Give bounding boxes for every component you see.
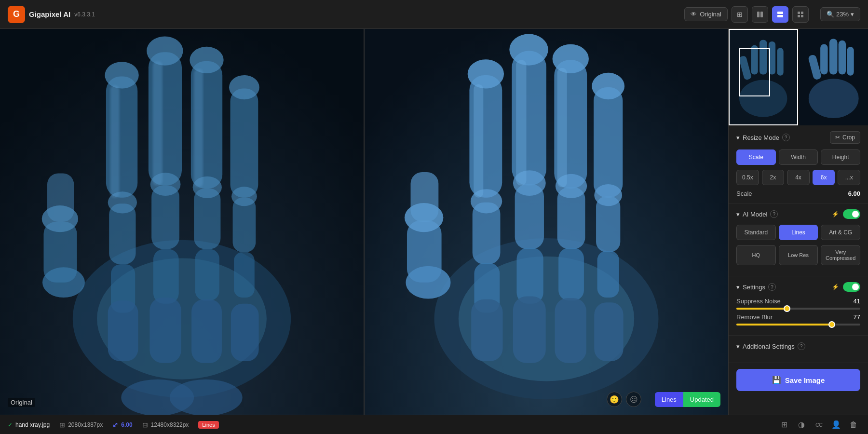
grid-view-icon	[797, 11, 804, 18]
svg-rect-24	[153, 249, 179, 304]
additional-settings-help[interactable]: ?	[798, 342, 805, 350]
settings-toggle-area: ⚡	[832, 282, 860, 292]
app-version: v6.3.3.1	[74, 11, 95, 18]
output-size: 12480x8322px	[151, 421, 189, 428]
canvas-area[interactable]: Original	[0, 29, 728, 415]
app-logo: G	[8, 6, 25, 23]
additional-chevron-icon: ▾	[736, 343, 740, 350]
settings-toggle[interactable]	[843, 282, 860, 292]
brightness-button[interactable]: ◑	[795, 418, 808, 432]
svg-rect-6	[798, 15, 800, 17]
height-mode-button[interactable]: Height	[821, 149, 860, 165]
svg-rect-29	[195, 249, 219, 301]
layers-button[interactable]: ⊞	[777, 418, 791, 432]
ai-model-toggle[interactable]	[843, 209, 860, 219]
svg-rect-71	[471, 299, 502, 361]
resize-mode-buttons: Scale Width Height	[736, 149, 860, 165]
split-horiz-button[interactable]	[772, 6, 788, 23]
happy-reaction-button[interactable]: 🙂	[607, 392, 622, 407]
svg-rect-73	[555, 298, 586, 363]
resize-mode-help[interactable]: ?	[782, 134, 790, 141]
svg-rect-89	[838, 41, 845, 75]
app-name: Gigapixel AI	[29, 10, 70, 18]
model-status-badge: Lines	[198, 421, 218, 429]
resize-mode-title: ▾ Resize Mode ?	[736, 134, 790, 141]
scale-custom-button[interactable]: ...x	[838, 170, 860, 185]
art-cg-model-button[interactable]: Art & CG	[821, 225, 860, 240]
resize-mode-chevron-icon: ▾	[736, 134, 740, 141]
input-size: 2080x1387px	[68, 421, 103, 428]
remove-blur-value: 77	[854, 313, 860, 321]
scale-preset-buttons: 0.5x 2x 4x 6x ...x	[736, 170, 860, 185]
very-compressed-quality-button[interactable]: Very Compressed	[821, 245, 860, 265]
split-vert-button[interactable]	[752, 6, 768, 23]
svg-rect-30	[231, 89, 258, 198]
original-xray-svg	[0, 29, 364, 415]
svg-point-31	[229, 75, 259, 99]
thumbnail-selected[interactable]	[729, 29, 798, 125]
svg-rect-90	[847, 47, 854, 76]
svg-rect-65	[558, 248, 584, 300]
settings-chevron-icon: ▾	[736, 284, 740, 291]
input-size-item: ⊞ 2080x1387px	[59, 421, 103, 429]
save-image-button[interactable]: 💾 Save Image	[736, 369, 860, 391]
svg-point-40	[170, 380, 243, 415]
ai-model-title: ▾ AI Model ?	[736, 210, 778, 218]
person-icon: 👤	[831, 420, 841, 429]
scale-4x-button[interactable]: 4x	[787, 170, 810, 185]
scale-0-5x-button[interactable]: 0.5x	[736, 170, 759, 185]
suppress-noise-row: Suppress Noise 41	[736, 298, 860, 310]
ai-model-help[interactable]: ?	[770, 210, 778, 218]
suppress-noise-thumb[interactable]	[784, 305, 790, 312]
original-view-button[interactable]: 👁 Original	[684, 7, 728, 21]
svg-rect-43	[194, 69, 203, 187]
svg-rect-3	[777, 15, 783, 17]
svg-rect-1	[760, 12, 763, 17]
status-actions: ⊞ ◑ CC 👤 🗑	[777, 418, 860, 432]
width-mode-button[interactable]: Width	[779, 149, 818, 165]
ai-model-toggle-area: ⚡	[832, 209, 860, 219]
zoom-icon: 🔍	[827, 11, 834, 18]
scale-mode-button[interactable]: Scale	[736, 149, 776, 165]
ai-model-badge: Lines Updated	[655, 392, 720, 407]
svg-rect-60	[516, 248, 543, 304]
zoom-control[interactable]: 🔍 23% ▾	[820, 7, 860, 21]
low-res-quality-button[interactable]: Low Res	[779, 245, 818, 265]
scale-6x-button[interactable]: 6x	[813, 170, 835, 185]
crop-button[interactable]: ✂ Crop	[830, 131, 860, 144]
scale-item: ⤢ 6.00	[112, 421, 132, 429]
original-label: Original	[8, 398, 35, 407]
cc-button[interactable]: CC	[812, 418, 826, 432]
single-view-icon: ⊞	[737, 11, 743, 18]
thumbnail-processed[interactable]	[799, 29, 868, 125]
suppress-noise-fill	[736, 308, 787, 310]
suppress-noise-track[interactable]	[736, 308, 860, 310]
settings-lightning-icon: ⚡	[832, 284, 839, 290]
standard-model-button[interactable]: Standard	[736, 225, 776, 240]
delete-button[interactable]: 🗑	[847, 418, 860, 432]
brightness-icon: ◑	[798, 420, 805, 429]
svg-rect-5	[801, 12, 803, 14]
svg-point-67	[592, 73, 624, 99]
split-horiz-icon	[777, 11, 784, 18]
additional-settings-section: ▾ Additional Settings ?	[729, 336, 868, 363]
remove-blur-label: Remove Blur	[736, 313, 773, 321]
hq-quality-button[interactable]: HQ	[736, 245, 776, 265]
eye-icon: 👁	[691, 11, 697, 18]
settings-help[interactable]: ?	[768, 283, 776, 291]
lines-model-button[interactable]: Lines	[779, 225, 818, 240]
header: G Gigapixel AI v6.3.3.1 👁 Original ⊞	[0, 0, 868, 29]
original-image-panel: Original	[0, 29, 364, 415]
grid-view-button[interactable]	[792, 6, 809, 23]
check-icon: ✓	[8, 421, 13, 428]
remove-blur-track[interactable]	[736, 324, 860, 326]
scale-value: 6.00	[848, 190, 860, 197]
ai-model-label: AI Model	[743, 211, 767, 218]
sad-reaction-button[interactable]: ☹	[626, 392, 641, 407]
single-view-button[interactable]: ⊞	[732, 6, 748, 23]
crop-icon: ✂	[835, 134, 840, 141]
svg-rect-83	[777, 48, 783, 75]
person-button[interactable]: 👤	[829, 418, 843, 432]
remove-blur-thumb[interactable]	[828, 321, 835, 328]
scale-2x-button[interactable]: 2x	[762, 170, 785, 185]
